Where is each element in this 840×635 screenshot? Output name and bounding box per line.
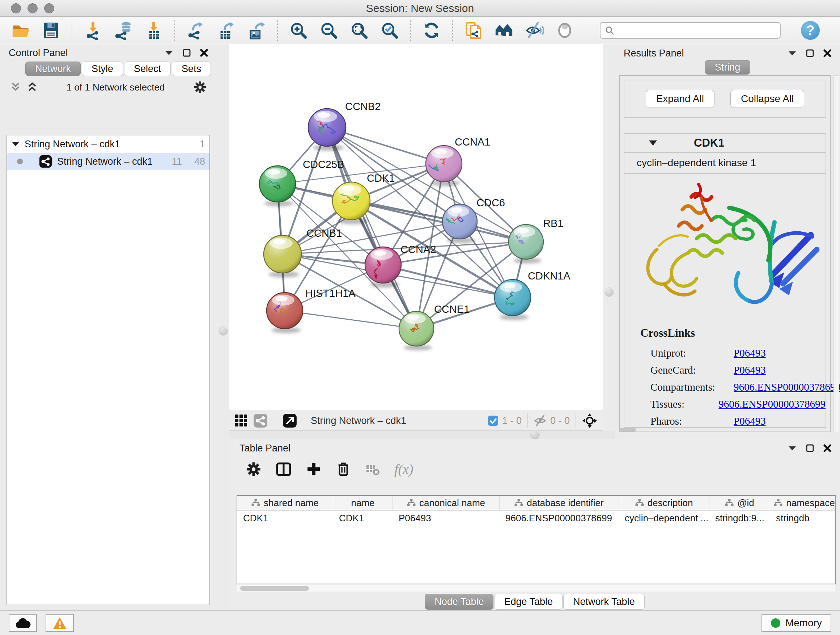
maximize-panel-icon[interactable]: [183, 49, 191, 57]
edge-CCNE1-HIST1H1A[interactable]: [285, 310, 416, 329]
help-button[interactable]: ?: [801, 21, 820, 40]
crosslink-link[interactable]: P06493: [734, 415, 766, 427]
splitter-handle[interactable]: [531, 430, 540, 440]
node-table[interactable]: shared namenamecanonical namedatabase id…: [237, 495, 836, 584]
tab-select[interactable]: Select: [124, 62, 171, 76]
right-splitter[interactable]: [603, 44, 615, 439]
zoom-selected-icon[interactable]: [379, 20, 400, 41]
column-header-name[interactable]: name: [333, 496, 393, 510]
table-cell[interactable]: CDK1: [237, 513, 333, 524]
fit-content-crosshair-icon[interactable]: [582, 413, 598, 429]
table-hscrollbar[interactable]: [237, 585, 835, 592]
tab-edge-table[interactable]: Edge Table: [494, 594, 562, 610]
cloud-status-button[interactable]: [9, 614, 37, 632]
node-CDKN1A[interactable]: [494, 279, 531, 320]
birds-eye-grid-icon[interactable]: [234, 414, 248, 428]
collapse-section-icon[interactable]: [648, 140, 658, 146]
zoom-fit-icon[interactable]: [349, 20, 370, 41]
open-session-icon[interactable]: [10, 20, 31, 41]
maximize-panel-icon[interactable]: [806, 444, 814, 452]
gene-section-header[interactable]: CDK1: [624, 134, 826, 153]
show-columns-icon[interactable]: [276, 461, 292, 477]
zoom-out-icon[interactable]: [318, 20, 339, 41]
share-view-icon[interactable]: [253, 413, 268, 428]
tab-network[interactable]: Network: [25, 62, 81, 76]
crosslink-link[interactable]: P06493: [734, 347, 766, 359]
tab-style[interactable]: Style: [82, 62, 123, 76]
results-hscroll-thumb[interactable]: [619, 428, 636, 432]
maximize-panel-icon[interactable]: [806, 49, 814, 57]
crosslink-link[interactable]: P06493: [734, 364, 766, 376]
scroll-thumb[interactable]: [240, 586, 309, 591]
left-splitter[interactable]: [217, 44, 229, 610]
function-builder-icon[interactable]: f(x): [394, 461, 414, 477]
selected-checkbox-icon[interactable]: [488, 415, 499, 426]
results-scrollbar[interactable]: [834, 75, 839, 432]
network-options-gear-icon[interactable]: [194, 81, 207, 94]
network-collection-row[interactable]: String Network – cdk1 1: [7, 135, 210, 153]
clipboard-share-icon[interactable]: [463, 20, 484, 41]
hide-selected-icon[interactable]: [524, 20, 545, 41]
crosslink-link[interactable]: 9606.ENSP00000378699: [734, 381, 840, 393]
import-table-icon[interactable]: [143, 20, 164, 41]
table-cell[interactable]: stringdb: [770, 513, 836, 524]
export-network-icon[interactable]: [185, 20, 206, 41]
float-panel-icon[interactable]: [164, 50, 173, 56]
expand-all-button[interactable]: Expand All: [646, 90, 714, 108]
warning-status-button[interactable]: [46, 614, 74, 632]
tree-expand-icon[interactable]: [11, 141, 19, 147]
crosslink-link[interactable]: 9606.ENSP00000378699: [718, 398, 826, 410]
table-options-gear-icon[interactable]: [246, 462, 261, 477]
table-cell[interactable]: cyclin–dependent ...: [619, 513, 709, 524]
node-CDC25B[interactable]: [259, 166, 295, 206]
add-column-icon[interactable]: [306, 462, 321, 477]
column-header--id[interactable]: @id: [709, 496, 770, 510]
save-session-icon[interactable]: [41, 20, 62, 41]
close-panel-icon[interactable]: [200, 49, 208, 57]
table-row[interactable]: CDK1CDK1P064939606.ENSP00000378699cyclin…: [237, 510, 835, 526]
splitter-handle[interactable]: [218, 326, 228, 336]
column-header-description[interactable]: description: [619, 496, 709, 510]
export-image-icon[interactable]: [246, 20, 267, 41]
memory-button[interactable]: Memory: [761, 614, 831, 632]
delete-table-icon[interactable]: [365, 462, 380, 477]
refresh-icon[interactable]: [421, 20, 442, 41]
import-network-icon[interactable]: [82, 20, 103, 41]
network-graph[interactable]: CCNB2CCNA1CDC25BCDK1CDC6RB1CCNB1CCNA2CDK…: [229, 44, 603, 410]
close-panel-icon[interactable]: [823, 444, 831, 452]
search-box[interactable]: [600, 22, 781, 39]
node-CCNB2[interactable]: [308, 109, 346, 150]
table-cell[interactable]: 9606.ENSP00000378699: [500, 513, 619, 524]
network-row-selected[interactable]: String Network – cdk1 1148: [7, 153, 210, 170]
table-cell[interactable]: stringdb:9...: [709, 513, 770, 524]
tab-sets[interactable]: Sets: [172, 62, 211, 76]
column-header-canonical-name[interactable]: canonical name: [393, 496, 500, 510]
float-panel-icon[interactable]: [788, 445, 797, 451]
column-header-shared-name[interactable]: shared name: [237, 496, 333, 510]
node-HIST1H1A[interactable]: [267, 293, 303, 333]
table-cell[interactable]: P06493: [393, 513, 500, 524]
expand-all-icon[interactable]: [27, 82, 38, 93]
network-canvas[interactable]: CCNB2CCNA1CDC25BCDK1CDC6RB1CCNB1CCNA2CDK…: [229, 44, 603, 410]
close-panel-icon[interactable]: [823, 49, 831, 57]
column-header-namespace[interactable]: namespace: [770, 496, 836, 510]
collapse-all-button[interactable]: Collapse All: [730, 90, 804, 108]
export-table-icon[interactable]: [216, 20, 237, 41]
search-input[interactable]: [618, 25, 775, 36]
show-all-nodes-icon[interactable]: [493, 20, 515, 41]
splitter-handle[interactable]: [605, 287, 614, 297]
tab-node-table[interactable]: Node Table: [425, 594, 493, 610]
float-panel-icon[interactable]: [788, 50, 797, 56]
zoom-in-icon[interactable]: [288, 20, 309, 41]
tab-string-results[interactable]: String: [705, 60, 750, 74]
collapse-all-icon[interactable]: [10, 82, 21, 93]
open-in-new-window-icon[interactable]: [283, 413, 297, 428]
tab-network-table[interactable]: Network Table: [563, 594, 645, 610]
node-CCNB1[interactable]: [264, 235, 302, 277]
column-header-database-identifier[interactable]: database identifier: [500, 496, 619, 510]
node-CCNE1[interactable]: [399, 311, 434, 350]
node-CCNA1[interactable]: [426, 146, 462, 186]
node-RB1[interactable]: [508, 225, 543, 264]
import-network-from-database-icon[interactable]: [113, 20, 134, 41]
delete-column-icon[interactable]: [336, 462, 351, 477]
